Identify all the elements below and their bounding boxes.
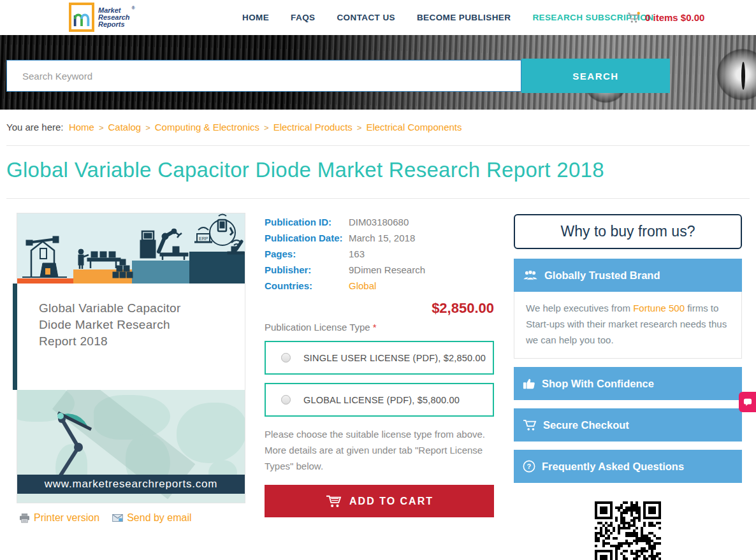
document-links: Printer version Send by email [19,512,192,524]
breadcrumb-computing-electronics[interactable]: Computing & Electronics [155,122,259,133]
page: ® Market Research Reports HOME FAQS CONT… [0,0,756,560]
breadcrumb-home[interactable]: Home [69,122,94,133]
detail-row-publication-date: Publication Date: March 15, 2018 [265,230,494,246]
countries-global-link[interactable]: Global [349,278,376,294]
why-buy-sidebar: Why to buy from us? Globally Trusted Bra… [514,214,742,560]
search-button[interactable]: SEARCH [521,59,670,93]
main-nav: HOME FAQS CONTACT US BECOME PUBLISHER RE… [242,0,653,35]
top-header: ® Market Research Reports HOME FAQS CONT… [0,0,756,35]
detail-row-publication-id: Publication ID: DIM03180680 [265,214,494,230]
product-details-panel: Publication ID: DIM03180680 Publication … [265,214,494,517]
breadcrumb-prefix: You are here: [6,122,64,133]
logo-m-icon [69,3,94,32]
nav-contact-us[interactable]: CONTACT US [337,13,395,22]
page-title: Global Variable Capacitor Diode Market R… [6,158,708,182]
svg-text:ERP: ERP [199,236,208,241]
breadcrumb-electrical-components[interactable]: Electrical Components [366,122,462,133]
cover-accent-strip [13,284,17,390]
printer-version-link[interactable]: Printer version [19,512,99,524]
cart-count: 0 items $0.00 [645,12,704,23]
single-user-license-radio[interactable] [281,353,291,363]
send-by-email-link[interactable]: Send by email [112,512,191,524]
license-type-label: Publication License Type * [265,322,494,333]
publisher-value: 9Dimen Research [349,262,425,278]
cover-map-illustration: www.marketresearchreports.com [17,390,245,503]
live-chat-widget[interactable] [739,392,756,412]
divider [6,198,750,199]
logo-text: ® Market Research Reports [98,7,135,28]
printer-icon [19,513,30,523]
divider [6,145,750,146]
nav-home[interactable]: HOME [242,13,269,22]
why-buy-title-box: Why to buy from us? [514,214,742,249]
svg-text:?: ? [527,463,532,470]
cart-icon [523,419,537,431]
secure-checkout-header[interactable]: Secure Checkout [514,408,742,442]
question-icon: ? [523,460,535,473]
cover-title: Global Variable Capacitor Diode Market R… [17,284,208,350]
nav-faqs[interactable]: FAQS [291,13,315,22]
license-note: Please choose the suitable license type … [265,426,494,474]
search-input[interactable] [6,60,521,92]
breadcrumb-catalog[interactable]: Catalog [108,122,141,133]
product-price: $2,850.00 [265,300,494,317]
users-icon [523,269,538,281]
faq-header[interactable]: ? Frequently Asked Questions [514,450,742,483]
industry-icons: ERP [17,213,245,284]
thumbs-up-icon [523,377,535,390]
detail-row-countries: Countries: Global [265,278,494,294]
globally-trusted-brand-header[interactable]: Globally Trusted Brand [514,259,742,292]
site-logo[interactable]: ® Market Research Reports [69,3,135,32]
email-icon [112,514,123,522]
cover-title-area: Global Variable Capacitor Diode Market R… [17,284,245,390]
pages-value: 163 [349,246,365,262]
publication-id-value: DIM03180680 [349,214,409,230]
report-cover-image: ERP Global Variable Capacitor Diode [17,213,245,503]
fortune-500-highlight: Fortune 500 [633,303,685,313]
global-license-radio[interactable] [281,395,291,405]
globally-trusted-brand-body: We help executives from Fortune 500 firm… [514,292,742,359]
shop-with-confidence-header[interactable]: Shop With Confidence [514,367,742,400]
cover-industry-illustration: ERP [17,213,245,284]
detail-row-publisher: Publisher: 9Dimen Research [265,262,494,278]
publication-date-value: March 15, 2018 [349,230,415,246]
breadcrumb-electrical-products[interactable]: Electrical Products [273,122,353,133]
nav-become-publisher[interactable]: BECOME PUBLISHER [417,13,511,22]
cover-website-bar: www.marketresearchreports.com [17,475,245,494]
license-option-single-user[interactable]: SINGLE USER LICENSE (PDF), $2,850.00 [265,341,494,375]
add-to-cart-button[interactable]: ADD TO CART [265,485,494,517]
add-to-cart-cart-icon [325,494,342,508]
header-cart[interactable]: 0 items $0.00 [627,0,704,35]
qr-code [595,501,661,560]
detail-row-pages: Pages: 163 [265,246,494,262]
cart-icon [627,11,641,24]
breadcrumb: You are here: Home>Catalog>Computing & E… [6,122,462,133]
license-option-global[interactable]: GLOBAL LICENSE (PDF), $5,800.00 [265,383,494,417]
chat-bubble-icon [743,398,752,406]
